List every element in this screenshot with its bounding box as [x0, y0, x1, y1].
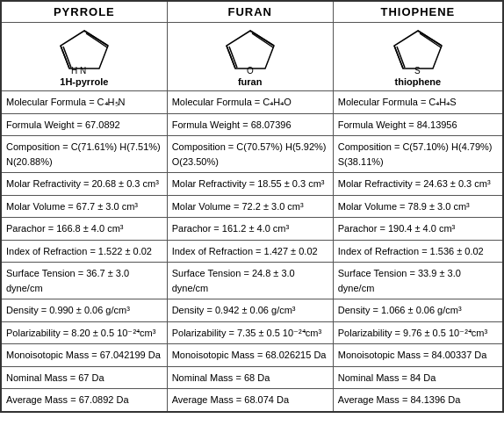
thiophene-index-of-refraction: Index of Refraction = 1.536 ± 0.02 — [333, 240, 503, 263]
svg-line-1 — [84, 31, 108, 46]
nominal-mass-row: Nominal Mass = 67 Da Nominal Mass = 68 D… — [1, 366, 503, 389]
thiophene-molar-volume: Molar Volume = 78.9 ± 3.0 cm³ — [333, 195, 503, 218]
svg-line-16 — [394, 46, 403, 69]
svg-line-10 — [227, 46, 235, 69]
thiophene-molar-refractivity: Molar Refractivity = 24.63 ± 0.3 cm³ — [333, 173, 503, 196]
furan-parachor: Parachor = 161.2 ± 4.0 cm³ — [167, 218, 333, 241]
furan-average-mass: Average Mass = 68.074 Da — [167, 389, 333, 412]
pyrrole-index-of-refraction: Index of Refraction = 1.522 ± 0.02 — [1, 240, 167, 263]
pyrrole-formula-weight: Formula Weight = 67.0892 — [1, 113, 167, 136]
pyrrole-molar-refractivity: Molar Refractivity = 20.68 ± 0.3 cm³ — [1, 173, 167, 196]
monoisotopic-mass-row: Monoisotopic Mass = 67.042199 Da Monoiso… — [1, 344, 503, 367]
thiophene-name: thiophene — [395, 76, 442, 87]
surface-tension-row: Surface Tension = 36.7 ± 3.0 dyne/cm Sur… — [1, 263, 503, 299]
svg-line-2 — [86, 33, 107, 47]
pyrrole-composition: Composition = C(71.61%) H(7.51%) N(20.88… — [1, 136, 167, 173]
thiophene-density: Density = 1.066 ± 0.06 g/cm³ — [333, 299, 503, 322]
svg-text:O: O — [247, 66, 254, 75]
svg-line-14 — [418, 31, 442, 46]
comparison-table: PYRROLE FURAN THIOPHENE — [0, 0, 504, 413]
average-mass-row: Average Mass = 67.0892 Da Average Mass =… — [1, 389, 503, 412]
thiophene-nominal-mass: Nominal Mass = 84 Da — [333, 366, 503, 389]
parachor-row: Parachor = 166.8 ± 4.0 cm³ Parachor = 16… — [1, 218, 503, 241]
polarizability-row: Polarizability = 8.20 ± 0.5 10⁻²⁴cm³ Pol… — [1, 321, 503, 344]
pyrrole-surface-tension: Surface Tension = 36.7 ± 3.0 dyne/cm — [1, 263, 167, 299]
pyrrole-average-mass: Average Mass = 67.0892 Da — [1, 389, 167, 412]
svg-text:S: S — [414, 66, 421, 75]
thiophene-svg: S — [387, 26, 449, 75]
furan-name: furan — [238, 76, 263, 87]
thiophene-monoisotopic-mass: Monoisotopic Mass = 84.00337 Da — [333, 344, 503, 367]
furan-density: Density = 0.942 ± 0.06 g/cm³ — [167, 299, 333, 322]
svg-line-15 — [420, 33, 441, 47]
furan-molar-volume: Molar Volume = 72.2 ± 3.0 cm³ — [167, 195, 333, 218]
furan-monoisotopic-mass: Monoisotopic Mass = 68.026215 Da — [167, 344, 333, 367]
thiophene-formula-weight: Formula Weight = 84.13956 — [333, 113, 503, 136]
svg-text:N: N — [80, 66, 86, 75]
furan-composition: Composition = C(70.57%) H(5.92%) O(23.50… — [167, 136, 333, 173]
furan-molecular-formula: Molecular Formula = C₄H₄O — [167, 91, 333, 114]
thiophene-average-mass: Average Mass = 84.1396 Da — [333, 389, 503, 412]
furan-surface-tension: Surface Tension = 24.8 ± 3.0 dyne/cm — [167, 263, 333, 299]
furan-index-of-refraction: Index of Refraction = 1.427 ± 0.02 — [167, 240, 333, 263]
furan-formula-weight: Formula Weight = 68.07396 — [167, 113, 333, 136]
index-of-refraction-row: Index of Refraction = 1.522 ± 0.02 Index… — [1, 240, 503, 263]
furan-polarizability: Polarizability = 7.35 ± 0.5 10⁻²⁴cm³ — [167, 321, 333, 344]
pyrrole-svg: N H — [54, 26, 115, 75]
thiophene-molecular-formula: Molecular Formula = C₄H₄S — [333, 91, 503, 114]
col-header-furan: FURAN — [167, 1, 333, 23]
formula-weight-row: Formula Weight = 67.0892 Formula Weight … — [1, 113, 503, 136]
pyrrole-polarizability: Polarizability = 8.20 ± 0.5 10⁻²⁴cm³ — [1, 321, 167, 344]
thiophene-composition: Composition = C(57.10%) H(4.79%) S(38.11… — [333, 136, 503, 173]
pyrrole-molecule-cell: N H 1H-pyrrole — [1, 23, 167, 91]
furan-molecule-cell: O furan — [167, 23, 333, 91]
svg-text:H: H — [71, 66, 77, 75]
molecular-formula-row: Molecular Formula = C₄H₅N Molecular Form… — [1, 91, 503, 114]
pyrrole-nominal-mass: Nominal Mass = 67 Da — [1, 366, 167, 389]
pyrrole-parachor: Parachor = 166.8 ± 4.0 cm³ — [1, 218, 167, 241]
composition-row: Composition = C(71.61%) H(7.51%) N(20.88… — [1, 136, 503, 173]
pyrrole-monoisotopic-mass: Monoisotopic Mass = 67.042199 Da — [1, 344, 167, 367]
thiophene-surface-tension: Surface Tension = 33.9 ± 3.0 dyne/cm — [333, 263, 503, 299]
molar-refractivity-row: Molar Refractivity = 20.68 ± 0.3 cm³ Mol… — [1, 173, 503, 196]
thiophene-molecule-cell: S thiophene — [333, 23, 503, 91]
svg-line-3 — [61, 46, 69, 69]
svg-line-9 — [252, 33, 273, 47]
thiophene-parachor: Parachor = 190.4 ± 4.0 cm³ — [333, 218, 503, 241]
furan-svg: O — [220, 26, 281, 75]
svg-line-8 — [250, 31, 274, 46]
col-header-pyrrole: PYRROLE — [1, 1, 167, 23]
density-row: Density = 0.990 ± 0.06 g/cm³ Density = 0… — [1, 299, 503, 322]
molar-volume-row: Molar Volume = 67.7 ± 3.0 cm³ Molar Volu… — [1, 195, 503, 218]
thiophene-polarizability: Polarizability = 9.76 ± 0.5 10⁻²⁴cm³ — [333, 321, 503, 344]
col-header-thiophene: THIOPHENE — [333, 1, 503, 23]
pyrrole-molecular-formula: Molecular Formula = C₄H₅N — [1, 91, 167, 114]
furan-molar-refractivity: Molar Refractivity = 18.55 ± 0.3 cm³ — [167, 173, 333, 196]
pyrrole-density: Density = 0.990 ± 0.06 g/cm³ — [1, 299, 167, 322]
pyrrole-molar-volume: Molar Volume = 67.7 ± 3.0 cm³ — [1, 195, 167, 218]
furan-nominal-mass: Nominal Mass = 68 Da — [167, 366, 333, 389]
pyrrole-name: 1H-pyrrole — [60, 76, 108, 87]
